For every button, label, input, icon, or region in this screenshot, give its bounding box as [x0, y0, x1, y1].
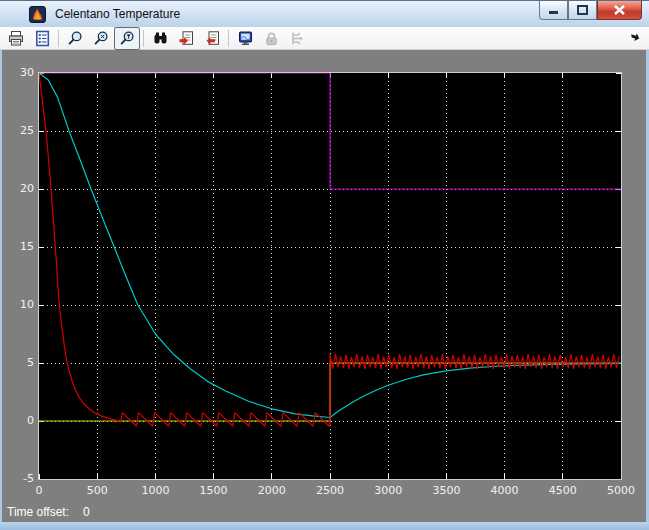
scope-toolbar	[0, 27, 649, 50]
x-tick-label: 2000	[250, 484, 294, 497]
lock-axes-button	[258, 27, 284, 50]
window-frame	[0, 522, 649, 530]
x-tick-label: 4500	[541, 484, 585, 497]
binoculars-icon	[152, 30, 169, 47]
y-tick-label: 5	[4, 356, 34, 369]
toolbar-separator	[228, 30, 229, 47]
toolbar-separator	[143, 30, 144, 47]
x-tick-label: 0	[17, 484, 61, 497]
y-tick-label: 15	[4, 240, 34, 253]
save-axes-icon	[178, 30, 195, 47]
x-tick-label: 2500	[308, 484, 352, 497]
trace-red-controller-output	[39, 73, 619, 426]
x-tick-label: 1500	[192, 484, 236, 497]
print-icon	[8, 30, 25, 47]
toolbar-overflow-arrow[interactable]	[629, 31, 641, 43]
minimize-button[interactable]	[539, 1, 568, 20]
maximize-icon	[577, 5, 588, 15]
x-tick-label: 5000	[599, 484, 643, 497]
parameters-icon	[34, 30, 51, 47]
zoom-y-button[interactable]	[114, 27, 140, 50]
x-tick-label: 3000	[366, 484, 410, 497]
x-tick-label: 1000	[133, 484, 177, 497]
close-button[interactable]	[597, 1, 642, 20]
window-controls	[539, 1, 642, 20]
zoom-x-icon	[93, 30, 110, 47]
time-offset-value: 0	[83, 505, 90, 519]
scope-plot	[39, 73, 621, 479]
lock-icon	[263, 30, 280, 47]
simulink-scope-icon	[29, 6, 46, 23]
x-tick-label: 500	[75, 484, 119, 497]
time-offset-label: Time offset:	[7, 505, 69, 519]
restore-axes-icon	[204, 30, 221, 47]
title-bar[interactable]: Celentano Temperature	[0, 0, 649, 27]
scope-area: -505101520253005001000150020002500300035…	[2, 50, 646, 522]
status-bar: Time offset:0	[7, 505, 104, 519]
autoscale-button[interactable]	[147, 27, 173, 50]
print-button[interactable]	[3, 27, 29, 50]
parameters-button[interactable]	[29, 27, 55, 50]
zoom-y-icon	[119, 30, 136, 47]
y-tick-label: 10	[4, 298, 34, 311]
zoom-icon	[67, 30, 84, 47]
restore-axes-button[interactable]	[199, 27, 225, 50]
signal-selection-icon	[289, 30, 306, 47]
y-tick-label: 20	[4, 182, 34, 195]
save-axes-button[interactable]	[173, 27, 199, 50]
trace-magenta-setpoint-step	[39, 73, 621, 189]
y-tick-label: 25	[4, 124, 34, 137]
window-frame	[0, 50, 2, 522]
y-tick-label: 0	[4, 414, 34, 427]
plot-area[interactable]	[38, 72, 622, 480]
floating-scope-icon	[237, 30, 254, 47]
zoom-x-button[interactable]	[88, 27, 114, 50]
floating-scope-button[interactable]	[232, 27, 258, 50]
close-icon	[614, 5, 625, 15]
toolbar-separator	[58, 30, 59, 47]
x-tick-label: 3500	[424, 484, 468, 497]
zoom-button[interactable]	[62, 27, 88, 50]
window-title: Celentano Temperature	[55, 1, 180, 27]
signal-selection-button	[284, 27, 310, 50]
maximize-button[interactable]	[568, 1, 597, 20]
scope-window: Celentano Temperature	[0, 0, 649, 530]
y-tick-label: 30	[4, 66, 34, 79]
x-tick-label: 4000	[483, 484, 527, 497]
minimize-icon	[549, 6, 559, 15]
